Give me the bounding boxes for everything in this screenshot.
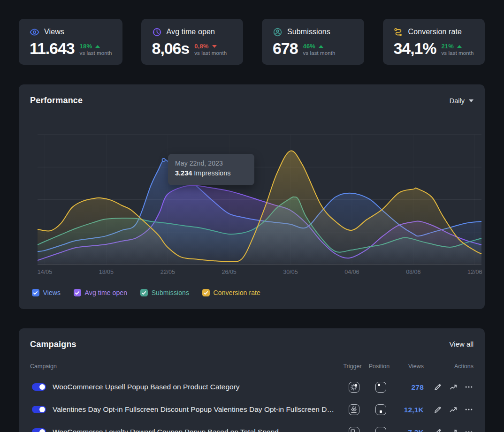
legend-checkbox[interactable] — [202, 289, 210, 296]
position-badge-bottom-center — [375, 404, 386, 415]
campaign-toggle[interactable] — [32, 428, 46, 432]
view-all-link[interactable]: View all — [450, 340, 473, 348]
x-tick-label: 04/06 — [344, 269, 359, 275]
x-tick-label: 08/06 — [406, 269, 420, 275]
stat-delta: 46%vs last month — [303, 43, 336, 56]
stat-body: 11.64318%vs last month — [30, 40, 112, 56]
stats-button[interactable] — [449, 405, 458, 414]
legend-label: Avg time open — [85, 289, 128, 296]
tooltip-value-line: 3.234 Impressions — [175, 169, 247, 177]
edit-button[interactable] — [434, 405, 442, 414]
toggle-knob — [39, 384, 45, 390]
campaign-views[interactable]: 7,3K — [386, 428, 424, 432]
chart-tooltip: May 22nd, 2023 3.234 Impressions — [168, 154, 254, 185]
legend-item-avg-time-open[interactable]: Avg time open — [74, 289, 127, 296]
row-actions — [434, 383, 473, 391]
campaign-row: Valentines Day Opt-in Fullscreen Discoun… — [19, 398, 485, 421]
edit-button[interactable] — [434, 428, 442, 432]
chart-marker — [162, 159, 165, 161]
campaign-row: WooCommerce Loyalty Reward Coupon Popup … — [19, 421, 485, 432]
delta-row: 46% — [303, 43, 336, 49]
stats-button[interactable] — [449, 428, 458, 432]
checkmark-icon — [141, 290, 146, 296]
stats-row: Views11.64318%vs last monthAvg time open… — [19, 19, 485, 65]
position-dot — [380, 410, 382, 413]
column-actions: Actions — [436, 363, 473, 370]
tooltip-value: 3.234 — [175, 169, 192, 177]
delta-caption: vs last month — [441, 50, 473, 56]
legend-item-conversion-rate[interactable]: Conversion rate — [202, 289, 260, 296]
campaigns-card: Campaigns View all Campaign Trigger Posi… — [19, 328, 485, 432]
range-select-value: Daily — [450, 97, 465, 105]
stat-body: 67846%vs last month — [273, 40, 353, 56]
position-dot — [378, 384, 380, 386]
delta-row: 21% — [441, 43, 473, 49]
element-click-icon — [349, 427, 359, 432]
campaign-name[interactable]: Valentines Day Opt-in Fullscreen Discoun… — [53, 405, 334, 414]
legend-checkbox[interactable] — [32, 289, 39, 296]
position-badge-top-left — [375, 382, 386, 393]
legend-item-submissions[interactable]: Submissions — [140, 289, 189, 296]
checkmark-icon — [203, 290, 208, 296]
legend-item-views[interactable]: Views — [32, 289, 61, 296]
legend-checkbox[interactable] — [140, 289, 148, 296]
campaign-name[interactable]: WooCommerce Upsell Popup Based on Produc… — [53, 383, 240, 391]
delta-caption: vs last month — [194, 50, 227, 56]
checkmark-icon — [75, 290, 80, 296]
campaign-toggle[interactable] — [32, 406, 46, 413]
chart-legend: ViewsAvg time openSubmissionsConversion … — [32, 289, 260, 296]
position-badge-bottom-center — [375, 427, 386, 432]
stat-card-avg-time-open: Avg time open8,06s0,8%vs last month — [141, 19, 243, 65]
campaign-name[interactable]: WooCommerce Loyalty Reward Coupon Popup … — [53, 428, 279, 432]
stat-card-submissions: Submissions67846%vs last month — [262, 19, 364, 65]
campaign-toggle[interactable] — [32, 383, 46, 391]
user-icon — [273, 27, 283, 37]
range-select[interactable]: Daily — [450, 97, 473, 105]
more-button[interactable] — [465, 428, 473, 432]
stat-delta: 21%vs last month — [441, 43, 473, 56]
toggle-knob — [39, 407, 45, 412]
more-icon — [465, 428, 473, 432]
edit-icon — [434, 383, 442, 391]
click-spark-icon — [349, 382, 359, 392]
delta-caption: vs last month — [80, 50, 112, 56]
trigger-badge — [349, 427, 359, 432]
row-actions — [434, 428, 473, 432]
stat-delta: 0,8%vs last month — [194, 43, 227, 56]
x-tick-label: 18/05 — [99, 269, 114, 275]
x-tick-label: 14/05 — [38, 269, 52, 275]
stats-icon — [449, 428, 458, 432]
x-tick-label: 12/06 — [467, 269, 482, 275]
stat-value: 11.643 — [30, 40, 75, 56]
legend-label: Submissions — [152, 289, 189, 296]
performance-chart[interactable]: 14/0518/0522/0526/0530/0504/0608/0612/06 — [19, 122, 485, 277]
triangle-up-icon — [319, 45, 323, 48]
triangle-up-icon — [95, 45, 100, 48]
campaign-views[interactable]: 278 — [386, 383, 424, 392]
delta-percent: 21% — [441, 43, 454, 50]
stat-value: 8,06s — [152, 40, 190, 56]
edit-icon — [434, 428, 442, 432]
edit-button[interactable] — [434, 383, 442, 391]
legend-checkbox[interactable] — [74, 289, 81, 296]
more-button[interactable] — [465, 405, 473, 414]
delta-percent: 18% — [80, 43, 92, 50]
stats-button[interactable] — [449, 383, 458, 391]
campaign-views[interactable]: 12,1K — [386, 406, 424, 414]
stat-body: 8,06s0,8%vs last month — [152, 40, 233, 56]
more-button[interactable] — [465, 383, 473, 391]
stat-value: 34,1% — [394, 40, 436, 56]
delta-percent: 0,8% — [194, 43, 208, 50]
stat-head: Conversion rate — [394, 27, 474, 37]
stats-icon — [449, 405, 458, 414]
stat-card-conversion-rate: Conversion rate34,1%21%vs last month — [383, 19, 485, 65]
checkmark-icon — [33, 290, 38, 296]
stat-label: Conversion rate — [408, 28, 462, 36]
route-icon — [394, 27, 404, 37]
delta-percent: 46% — [303, 43, 316, 50]
clock-icon — [152, 27, 162, 37]
legend-label: Views — [43, 289, 61, 296]
x-tick-label: 26/05 — [222, 269, 237, 275]
row-actions — [434, 405, 473, 414]
more-icon — [465, 405, 473, 414]
